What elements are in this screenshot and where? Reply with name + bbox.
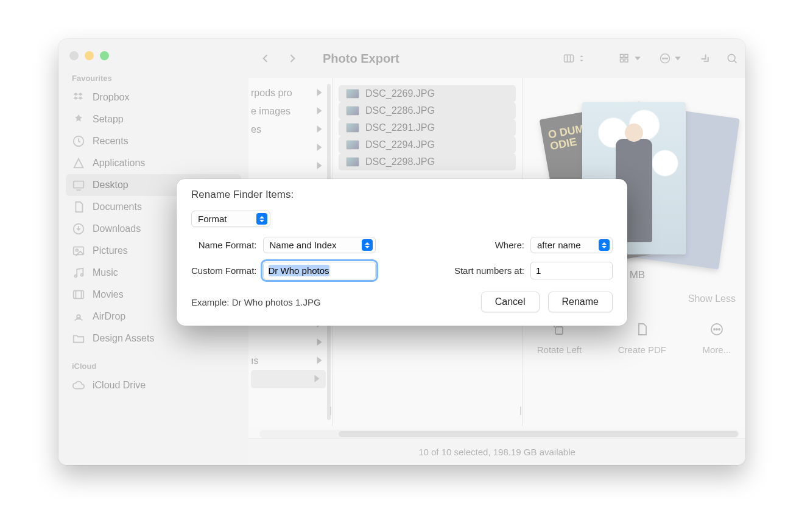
input-value: 1	[536, 265, 541, 276]
custom-format-input[interactable]: Dr Who photos	[263, 262, 376, 279]
start-numbers-label: Start numbers at:	[454, 265, 524, 276]
dialog-title: Rename Finder Items:	[191, 189, 613, 201]
where-label: Where:	[454, 240, 524, 250]
rename-button[interactable]: Rename	[548, 292, 613, 312]
select-stepper-icon	[256, 213, 267, 225]
example-text: Example: Dr Who photos 1.JPG	[191, 297, 321, 307]
rename-mode-select[interactable]: Format	[191, 211, 270, 227]
input-value: Dr Who photos	[269, 265, 329, 276]
rename-dialog: Rename Finder Items: Format Name Format:…	[177, 179, 627, 326]
select-value: after name	[537, 240, 581, 250]
select-stepper-icon	[599, 239, 610, 251]
name-format-select[interactable]: Name and Index	[263, 237, 376, 253]
cancel-button[interactable]: Cancel	[481, 292, 540, 312]
select-value: Name and Index	[270, 240, 337, 250]
select-stepper-icon	[362, 239, 373, 251]
custom-format-label: Custom Format:	[191, 265, 257, 276]
where-select[interactable]: after name	[530, 237, 613, 253]
select-value: Format	[198, 214, 227, 224]
name-format-label: Name Format:	[191, 240, 257, 250]
start-numbers-input[interactable]: 1	[530, 262, 613, 279]
